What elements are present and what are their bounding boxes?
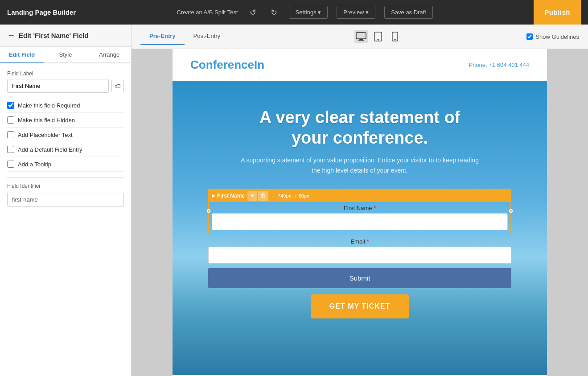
first-name-input[interactable] [212,213,508,230]
hero-headline: A very clear statement of your conferenc… [190,107,529,148]
right-content: Pre-Entry Post-Entry Show Guidelines [132,25,588,376]
field-add-button[interactable]: + [247,191,257,201]
field-toolbar-name: ▶ First Name [212,193,245,199]
svg-rect-2 [358,40,364,41]
first-name-field-selected[interactable]: ▶ First Name + 🗑 ↔ 749px [208,189,511,234]
hero-content: A very clear statement of your conferenc… [190,107,529,318]
checkbox-required[interactable]: Make this field Required [7,98,124,113]
back-button[interactable]: ← [7,31,15,40]
tab-pre-entry[interactable]: Pre-Entry [140,28,185,45]
page-header: ConferenceIn Phone: +1 604 401 444 [173,49,547,81]
email-input[interactable] [208,247,511,264]
svg-rect-1 [359,39,363,40]
field-id-caption: Field Identifier [7,183,124,189]
resize-handle-right[interactable] [509,209,513,213]
field-delete-button[interactable]: 🗑 [258,191,268,201]
panel-header: ← Edit 'First Name' Field [0,25,131,47]
form-container: ▶ First Name + 🗑 ↔ 749px [208,189,511,318]
field-width-indicator: ↔ 749px [271,193,291,198]
show-guidelines-checkbox[interactable] [526,33,533,40]
phone-text: Phone: +1 604 401 444 [469,62,529,68]
email-label: Email * [208,238,511,245]
divider [7,177,124,178]
field-label-row: Field Label 🏷 [7,70,124,93]
device-mobile[interactable] [388,30,402,43]
tab-style[interactable]: Style [44,47,87,62]
canvas: ConferenceIn Phone: +1 604 401 444 A ver… [132,49,588,376]
device-tablet[interactable] [371,30,385,43]
canvas-tabs: Pre-Entry Post-Entry [140,28,229,45]
undo-button[interactable]: ↺ [247,6,259,19]
tab-post-entry[interactable]: Post-Entry [185,28,230,45]
required-label: Make this field Required [18,102,80,109]
default-checkbox[interactable] [7,146,14,153]
show-guidelines-label: Show Guidelines [535,33,579,40]
hero-section: A very clear statement of your conferenc… [173,81,547,375]
nav-brand-area: Landing Page Builder [7,8,76,16]
field-label-caption: Field Label [7,70,124,77]
nav-center: Create an A/B Split Test ↺ ↻ Settings ▾ … [177,6,433,19]
brand-name: ConferenceIn [190,58,264,72]
device-icons [354,30,402,43]
checkbox-hidden[interactable]: Make this field Hidden [7,113,124,128]
save-draft-button[interactable]: Save as Draft [384,6,433,19]
panel-body: Field Label 🏷 Make this field Required M… [0,63,131,214]
submit-button[interactable]: Submit [208,268,511,288]
preview-button[interactable]: Preview ▾ [337,6,375,19]
panel-tabs: Edit Field Style Arrange [0,47,131,63]
field-id-input[interactable] [7,193,124,207]
resize-handle-left[interactable] [207,209,210,213]
show-guidelines[interactable]: Show Guidelines [526,33,579,40]
checkbox-tooltip[interactable]: Add a Tooltip [7,157,124,172]
svg-point-4 [378,39,378,40]
field-label-input[interactable] [7,79,109,93]
settings-button[interactable]: Settings ▾ [289,6,328,19]
publish-button[interactable]: Publish [534,0,581,25]
device-desktop[interactable] [354,30,368,43]
main-layout: ← Edit 'First Name' Field Edit Field Sty… [0,25,588,376]
tab-edit-field[interactable]: Edit Field [0,47,44,63]
field-height-indicator: ↕ 60px [295,193,309,198]
app-brand: Landing Page Builder [7,8,76,16]
default-label: Add a Default Field Entry [18,146,82,153]
field-identifier-section: Field Identifier [7,183,124,207]
tag-icon-button[interactable]: 🏷 [111,80,124,92]
first-name-label: First Name * [212,205,508,211]
tooltip-checkbox[interactable] [7,161,14,168]
panel-title: Edit 'First Name' Field [19,32,88,39]
field-toolbar: ▶ First Name + 🗑 ↔ 749px [209,190,510,202]
tooltip-label: Add a Tooltip [18,161,51,168]
tab-arrange[interactable]: Arrange [87,47,131,62]
hidden-label: Make this field Hidden [18,117,75,124]
get-ticket-button[interactable]: GET MY TICKET [311,294,409,318]
page-preview: ConferenceIn Phone: +1 604 401 444 A ver… [173,49,547,376]
placeholder-checkbox[interactable] [7,131,14,138]
top-nav: Landing Page Builder Create an A/B Split… [0,0,588,25]
left-panel: ← Edit 'First Name' Field Edit Field Sty… [0,25,132,376]
placeholder-label: Add Placeholder Text [18,132,73,138]
redo-button[interactable]: ↻ [268,6,280,19]
checkbox-placeholder[interactable]: Add Placeholder Text [7,128,124,142]
hidden-checkbox[interactable] [7,116,14,124]
field-label-input-wrap: 🏷 [7,79,124,93]
checkbox-default[interactable]: Add a Default Field Entry [7,142,124,157]
required-checkbox[interactable] [7,102,14,109]
svg-rect-0 [356,33,366,39]
svg-point-6 [395,39,395,40]
ab-test-link[interactable]: Create an A/B Split Test [177,9,238,16]
hero-subtext: A supporting statement of your value pro… [190,155,529,175]
email-field: Email * [208,238,511,264]
canvas-topbar: Pre-Entry Post-Entry Show Guidelines [132,25,588,49]
